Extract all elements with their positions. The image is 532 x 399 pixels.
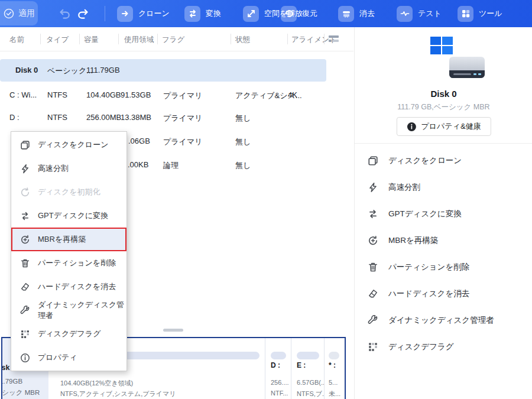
properties-health-button[interactable]: プロパティ&健康 — [396, 117, 491, 136]
disk-map-partition-d[interactable]: D : 256.... NTF... — [265, 338, 291, 399]
delete-partition-icon — [368, 262, 378, 273]
toolbar-clone-label: クローン — [138, 8, 170, 19]
panel-item-disk-defrag[interactable]: ディスクデフラグ — [368, 337, 521, 357]
quick-partition-icon — [368, 182, 378, 193]
toolbar-tools-label: ツール — [479, 8, 502, 19]
info-icon — [406, 122, 416, 132]
cell-used: 91.53GB — [121, 90, 151, 99]
panel-item-rebuild-mbr[interactable]: MBRを再構築 — [368, 231, 521, 251]
panel-item-label: ダイナミックディスク管理者 — [388, 315, 494, 326]
partition-fs: NTFS,アクティブ,システム,プライマリ — [60, 390, 176, 398]
redo-icon[interactable] — [77, 8, 89, 20]
menu-item-label: ディスクをクローン — [38, 140, 108, 150]
free-space-icon — [243, 6, 259, 22]
partition-size: 104.40GB(12%空き領域) — [60, 379, 133, 388]
toolbar-divider — [105, 6, 105, 21]
cell-status: 無し — [235, 160, 251, 171]
disk-map-disk-size: 111.79GB — [2, 378, 22, 385]
panel-item-convert-gpt[interactable]: GPTディスクに変換 — [368, 204, 521, 224]
quick-partition-icon — [20, 164, 30, 174]
panel-item-quick-partition[interactable]: 高速分割 — [368, 177, 521, 197]
rebuild-mbr-icon — [368, 235, 378, 246]
toolbar-clone-button[interactable]: クローン — [117, 0, 170, 27]
toolbar-restore-button[interactable]: 復元 — [281, 0, 317, 27]
menu-item-label: プロパティ — [38, 352, 77, 363]
disk-map-partition-unallocated[interactable]: * : 5... 未... — [324, 338, 343, 399]
menu-item-label: GPTディスクに変換 — [38, 210, 108, 221]
panel-item-delete-partition[interactable]: パーティションを削除 — [368, 257, 521, 277]
panel-item-label: パーティションを削除 — [388, 262, 469, 273]
disk-map-partition-e[interactable]: E : 6.57GB(... NTFS,ブ... — [291, 338, 324, 399]
column-settings-icon[interactable] — [329, 35, 339, 43]
menu-item-label: MBRを再構築 — [38, 234, 86, 245]
menu-item-clone-disk[interactable]: ディスクをクローン — [11, 133, 126, 157]
header-divider — [40, 34, 41, 44]
cell-capacity: 111.79GB — [86, 66, 120, 74]
menu-item-quick-partition[interactable]: 高速分割 — [11, 157, 126, 180]
clone-disk-icon — [20, 140, 30, 150]
disk-illustration — [430, 37, 485, 80]
toolbar-tools-button[interactable]: ツール — [458, 0, 502, 27]
properties-icon — [20, 353, 30, 363]
menu-item-label: パーティションを削除 — [38, 258, 116, 268]
header-status: 状態 — [235, 35, 250, 45]
panel-item-label: ハードディスクを消去 — [388, 288, 469, 299]
convert-gpt-icon — [368, 209, 378, 219]
toolbar-test-button[interactable]: テスト — [397, 0, 442, 27]
defrag-icon — [368, 342, 378, 352]
header-divider — [231, 34, 231, 44]
header-flags: フラグ — [162, 35, 184, 45]
undo-icon[interactable] — [59, 8, 71, 20]
tools-icon — [458, 6, 473, 22]
cell-name: C : Wi... — [9, 90, 37, 99]
usage-bar — [329, 352, 339, 359]
menu-item-wipe-disk[interactable]: ハードディスクを消去 — [11, 275, 126, 299]
properties-health-label: プロパティ&健康 — [421, 121, 481, 132]
dynamic-disk-manager-icon — [368, 315, 378, 326]
panel-divider — [355, 143, 532, 144]
header-capacity: 容量 — [84, 35, 99, 45]
cell-name: Disk 0 — [15, 66, 38, 74]
panel-item-dynamic-disk-manager[interactable]: ダイナミックディスク管理者 — [368, 310, 521, 330]
apply-check-icon — [4, 8, 14, 19]
partition-size: 6.57GB(... — [297, 379, 324, 386]
partition-fs: NTFS,ブ... — [297, 390, 324, 398]
header-used: 使用領域 — [124, 35, 154, 45]
cell-type: NTFS — [47, 90, 67, 99]
partition-fs: 未... — [329, 390, 340, 398]
cell-used: 13.38MB — [121, 113, 151, 122]
panel-item-label: GPTディスクに変換 — [388, 209, 462, 219]
menu-item-dynamic-disk-manager[interactable]: ダイナミックディスク管理者 — [11, 299, 126, 322]
restore-icon — [281, 6, 297, 22]
menu-item-delete-partition[interactable]: パーティションを削除 — [11, 251, 126, 275]
dynamic-disk-manager-icon — [20, 306, 30, 316]
delete-partition-icon — [20, 258, 30, 268]
toolbar-convert-button[interactable]: 変換 — [184, 0, 221, 27]
cell-capacity: 256.00MB — [86, 113, 121, 122]
menu-item-properties[interactable]: プロパティ — [11, 346, 126, 369]
apply-button[interactable]: 適用 — [0, 1, 38, 25]
menu-item-disk-defrag[interactable]: ディスクデフラグ — [11, 322, 126, 346]
wipe-icon — [338, 6, 354, 22]
toolbar-restore-label: 復元 — [302, 8, 317, 19]
panel-item-label: 高速分割 — [388, 182, 420, 193]
menu-item-convert-gpt[interactable]: GPTディスクに変換 — [11, 204, 126, 228]
header-divider — [157, 34, 158, 44]
header-divider — [324, 34, 325, 44]
scrollbar-thumb[interactable] — [163, 329, 183, 332]
panel-item-label: ディスクデフラグ — [388, 342, 454, 352]
panel-item-label: ディスクをクローン — [388, 155, 462, 166]
partition-label: D : — [271, 361, 280, 369]
panel-item-wipe-disk[interactable]: ハードディスクを消去 — [368, 284, 521, 304]
toolbar-convert-label: 変換 — [206, 8, 221, 19]
toolbar-wipe-button[interactable]: 消去 — [338, 0, 375, 27]
header-divider — [287, 34, 288, 44]
rebuild-mbr-icon — [20, 235, 30, 245]
cell-name: D : — [9, 113, 20, 122]
panel-item-clone-disk[interactable]: ディスクをクローン — [368, 151, 521, 171]
menu-item-label: ダイナミックディスク管理者 — [38, 300, 126, 321]
test-icon — [397, 6, 413, 22]
clone-icon — [117, 6, 133, 22]
menu-item-rebuild-mbr[interactable]: MBRを再構築 — [11, 228, 126, 251]
right-panel: Disk 0 111.79 GB,ベーシック MBR プロパティ&健康 ディスク… — [354, 27, 532, 399]
